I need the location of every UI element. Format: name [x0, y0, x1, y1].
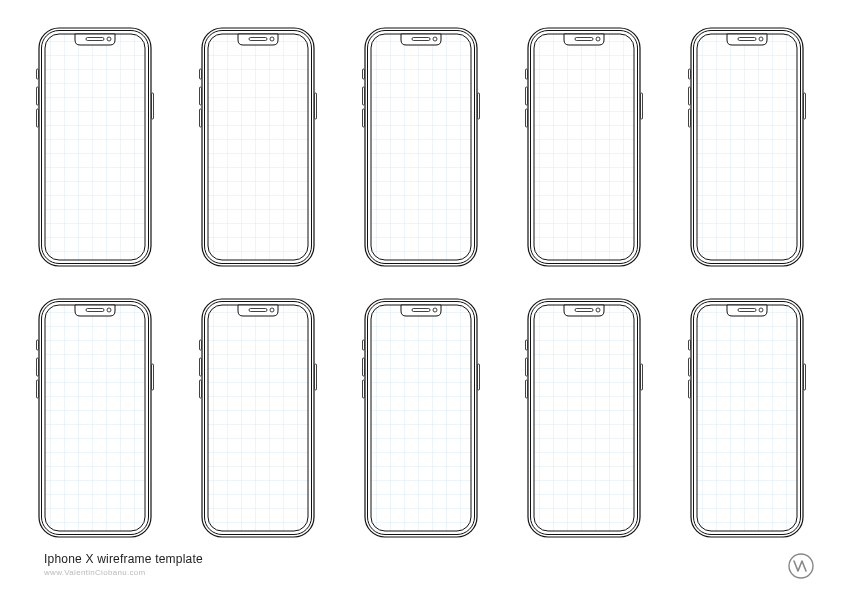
- phone-frame: [525, 27, 643, 267]
- svg-point-11: [789, 554, 813, 578]
- phone-frame: [362, 27, 480, 267]
- phone-frame: [36, 298, 154, 538]
- phone-frame: [36, 27, 154, 267]
- template-title: Iphone X wireframe template: [44, 552, 203, 566]
- phone-frame: [525, 298, 643, 538]
- phone-frame: [688, 298, 806, 538]
- phone-frame: [362, 298, 480, 538]
- phone-frame: [199, 27, 317, 267]
- phone-grid: [30, 22, 812, 542]
- brand-logo-icon: [788, 553, 814, 579]
- footer: Iphone X wireframe template www.Valentin…: [44, 552, 203, 577]
- phone-frame: [199, 298, 317, 538]
- phone-frame: [688, 27, 806, 267]
- template-subtitle: www.ValentinCiobanu.com: [44, 568, 203, 577]
